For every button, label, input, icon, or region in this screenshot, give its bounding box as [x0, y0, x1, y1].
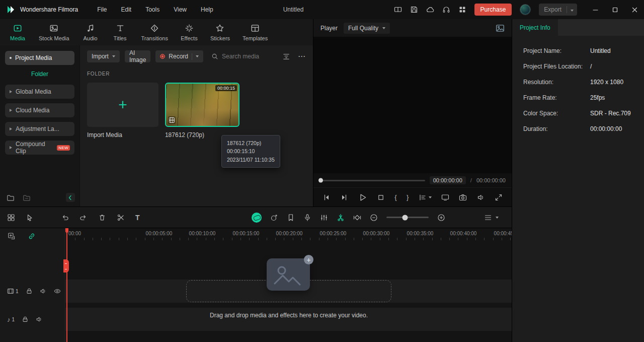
- info-row-resolution: Resolution: 1920 x 1080: [523, 79, 644, 86]
- next-frame-icon[interactable]: [340, 193, 348, 201]
- ai-image-button[interactable]: AI Image: [125, 50, 150, 62]
- cloud-icon[interactable]: [426, 6, 434, 14]
- mark-out-icon[interactable]: }: [407, 193, 409, 201]
- previous-frame-icon[interactable]: [323, 193, 331, 201]
- snapshot-camera-icon[interactable]: [459, 193, 467, 201]
- import-media-tile[interactable]: + Import Media: [87, 83, 158, 139]
- monitor-icon[interactable]: [441, 193, 449, 201]
- link-icon[interactable]: [28, 232, 36, 240]
- manage-tracks-icon[interactable]: [8, 232, 16, 240]
- speaker-icon[interactable]: [477, 193, 485, 201]
- save-icon[interactable]: [410, 6, 418, 14]
- import-button[interactable]: Import: [87, 50, 120, 62]
- maximize-icon[interactable]: [612, 7, 618, 13]
- menu-file[interactable]: File: [97, 6, 107, 13]
- delete-folder-icon[interactable]: [23, 194, 31, 202]
- search-input[interactable]: [222, 53, 277, 60]
- text-tool-icon[interactable]: T: [135, 214, 140, 221]
- tab-audio[interactable]: Audio: [82, 24, 99, 41]
- sidebar-folder-node[interactable]: Folder: [5, 71, 74, 78]
- track-list-icon[interactable]: [484, 214, 492, 222]
- voiceover-mic-icon[interactable]: [303, 214, 311, 222]
- mark-in-icon[interactable]: {: [394, 193, 396, 201]
- star-icon: [215, 24, 224, 33]
- record-button[interactable]: Record: [155, 50, 203, 62]
- apps-grid-icon[interactable]: [458, 6, 466, 14]
- split-icon[interactable]: [337, 214, 345, 222]
- record-dot-icon: [160, 54, 165, 59]
- marker-icon[interactable]: [287, 214, 295, 222]
- zoom-in-icon[interactable]: [437, 214, 445, 222]
- purchase-button[interactable]: Purchase: [474, 4, 512, 16]
- zoom-slider-handle[interactable]: [402, 215, 408, 220]
- filter-icon[interactable]: [282, 52, 290, 60]
- capsule-toggle-icon[interactable]: [252, 213, 262, 223]
- tab-project-info[interactable]: Project Info: [512, 19, 558, 36]
- seek-bar[interactable]: [319, 180, 425, 181]
- new-folder-icon[interactable]: [7, 194, 15, 202]
- sidebar-item-project-media[interactable]: Project Media: [5, 51, 74, 65]
- select-tool-icon[interactable]: [26, 214, 34, 222]
- eye-icon[interactable]: [54, 288, 61, 295]
- sidebar-item-compound-clip[interactable]: Compound Clip NEW: [5, 141, 74, 155]
- tab-transitions[interactable]: Transitions: [141, 24, 168, 41]
- tab-titles[interactable]: Titles: [112, 24, 129, 41]
- menu-edit[interactable]: Edit: [121, 6, 132, 13]
- playhead[interactable]: [66, 228, 67, 342]
- lock-icon[interactable]: [26, 288, 33, 295]
- chevron-down-icon[interactable]: [496, 217, 499, 219]
- search-box[interactable]: [208, 53, 277, 60]
- preview-viewport[interactable]: [313, 37, 512, 173]
- support-headset-icon[interactable]: [442, 6, 450, 14]
- delete-icon[interactable]: [98, 214, 106, 222]
- menu-tools[interactable]: Tools: [145, 6, 159, 13]
- stop-icon[interactable]: [377, 193, 385, 201]
- menu-view[interactable]: View: [174, 6, 187, 13]
- media-panel: Import AI Image Record: [79, 45, 313, 207]
- tab-stickers[interactable]: Stickers: [210, 24, 230, 41]
- zoom-out-icon[interactable]: [370, 214, 378, 222]
- redo-icon[interactable]: [79, 214, 88, 222]
- sidebar-item-cloud-media[interactable]: Cloud Media: [5, 103, 74, 117]
- edit-tools-dropdown[interactable]: [419, 193, 432, 201]
- collapse-sidebar-button[interactable]: [66, 193, 75, 202]
- mute-speaker-icon[interactable]: [36, 316, 43, 323]
- tab-effects[interactable]: Effects: [181, 24, 198, 41]
- ai-enhance-icon[interactable]: [270, 214, 278, 222]
- seek-thumb[interactable]: [318, 178, 323, 183]
- track-height-adjuster[interactable]: [63, 259, 69, 272]
- clip-thumbnail[interactable]: 00:00:15: [165, 83, 239, 127]
- tab-stock-media[interactable]: Stock Media: [39, 24, 69, 41]
- export-button[interactable]: Export: [539, 4, 577, 16]
- menu-help[interactable]: Help: [201, 6, 213, 13]
- add-media-plus-icon[interactable]: +: [304, 255, 313, 264]
- timecode-ruler[interactable]: 00:00 00:00:05:00 00:00:10:00 00:00:15:0…: [65, 228, 512, 240]
- compare-image-icon[interactable]: [496, 24, 505, 33]
- play-icon[interactable]: [358, 193, 367, 202]
- more-options-icon[interactable]: ···: [298, 53, 306, 60]
- sidebar-item-global-media[interactable]: Global Media: [5, 85, 74, 99]
- dual-screen-icon[interactable]: [394, 6, 402, 14]
- titlebar: Wondershare Filmora File Edit Tools View…: [0, 0, 644, 19]
- tab-media[interactable]: Media: [9, 24, 26, 41]
- scissors-icon[interactable]: [117, 214, 125, 222]
- tab-templates[interactable]: Templates: [243, 24, 268, 41]
- minimize-icon[interactable]: [592, 7, 599, 13]
- grid-view-icon[interactable]: [7, 214, 15, 222]
- timeline-body: 00:00 00:00:05:00 00:00:10:00 00:00:15:0…: [65, 228, 512, 342]
- film-frame-icon: [168, 116, 176, 124]
- mute-speaker-icon[interactable]: [40, 288, 47, 295]
- media-clip-tile[interactable]: 00:00:15 187612 (720p): [165, 83, 239, 139]
- sidebar-item-adjustment-layer[interactable]: Adjustment La...: [5, 122, 74, 136]
- avatar[interactable]: [520, 4, 531, 15]
- keyframe-icon[interactable]: [353, 214, 361, 222]
- zoom-slider[interactable]: [386, 217, 429, 218]
- lock-icon[interactable]: [22, 316, 29, 323]
- info-value: 1920 x 1080: [590, 79, 623, 86]
- chevron-down-icon: [382, 27, 385, 29]
- quality-dropdown[interactable]: Full Quality: [344, 23, 390, 34]
- audio-mixer-icon[interactable]: [320, 214, 328, 222]
- fullscreen-icon[interactable]: [495, 193, 503, 201]
- undo-icon[interactable]: [61, 214, 69, 222]
- close-icon[interactable]: [631, 7, 638, 13]
